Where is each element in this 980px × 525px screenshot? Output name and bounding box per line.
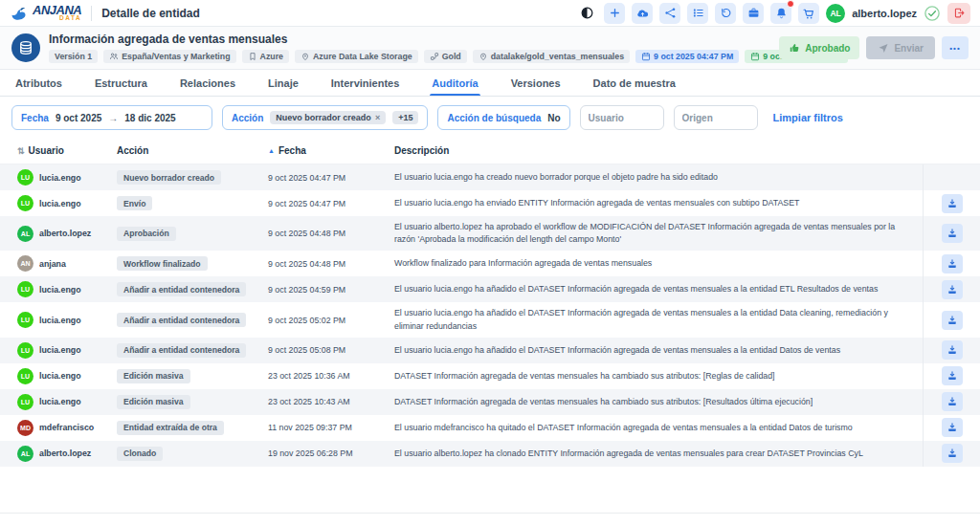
logout-button[interactable] — [947, 3, 970, 24]
action-chip: Workflow finalizado — [117, 256, 208, 271]
action-chip: Añadir a entidad contenedora — [117, 343, 246, 358]
app-logo[interactable]: ANJANA DATA — [10, 4, 81, 23]
download-button[interactable] — [942, 194, 963, 213]
action-cell: Workflow finalizado — [117, 252, 268, 275]
column-header-fecha[interactable]: ▲Fecha — [268, 145, 394, 156]
technology-label: Azure — [260, 52, 283, 61]
action-filter-chip: Nuevo borrador creado× — [270, 111, 386, 124]
user-avatar[interactable]: AL — [826, 4, 845, 23]
action-chip: Aprobación — [117, 227, 176, 241]
briefcase-button[interactable] — [743, 3, 764, 24]
contrast-toggle-button[interactable] — [576, 3, 597, 24]
table-row: LUlucia.engoEdición masiva23 oct 2025 10… — [0, 389, 980, 415]
date-cell: 9 oct 2025 04:48 PM — [268, 224, 394, 243]
bell-icon — [775, 7, 788, 19]
accion-header-label: Acción — [117, 145, 148, 156]
user-avatar: LU — [17, 368, 33, 384]
username: lucia.engo — [39, 397, 81, 406]
entity-type-icon — [11, 33, 40, 62]
column-header-descripcion[interactable]: Descripción — [394, 145, 923, 156]
user-avatar: LU — [17, 281, 33, 297]
audit-filters: Fecha 9 oct 2025 → 18 dic 2025 Acción Nu… — [0, 97, 980, 138]
tab-intervinientes[interactable]: Intervinientes — [329, 72, 402, 96]
download-button[interactable] — [942, 311, 963, 330]
send-icon — [878, 42, 889, 54]
cart-button[interactable] — [798, 3, 819, 24]
tasks-button[interactable] — [687, 3, 708, 24]
date-cell: 23 oct 2025 10:43 AM — [268, 392, 394, 411]
download-icon — [947, 284, 958, 295]
import-button[interactable] — [632, 3, 653, 24]
download-button[interactable] — [942, 254, 963, 273]
download-button[interactable] — [942, 366, 963, 385]
user-cell: ALalberto.lopez — [17, 221, 117, 247]
username: alberto.lopez — [39, 448, 91, 458]
tab-relaciones[interactable]: Relaciones — [178, 72, 237, 96]
tab-estructura[interactable]: Estructura — [93, 72, 149, 96]
user-cell: LUlucia.engo — [17, 164, 117, 190]
tab-atributos[interactable]: Atributos — [13, 72, 64, 96]
checklist-icon — [692, 7, 704, 19]
download-button[interactable] — [942, 340, 963, 360]
close-icon[interactable]: × — [375, 113, 380, 122]
username[interactable]: alberto.lopez — [852, 8, 917, 19]
notification-dot — [787, 0, 794, 8]
add-button[interactable] — [604, 3, 625, 24]
username: lucia.engo — [39, 285, 81, 295]
lineage-button[interactable] — [659, 3, 680, 24]
action-filter-more-chip[interactable]: +15 — [392, 111, 418, 124]
date-cell: 9 oct 2025 04:47 PM — [268, 194, 394, 213]
download-button[interactable] — [942, 392, 963, 411]
pin-icon — [301, 52, 310, 61]
date-from-value: 9 oct 2025 — [56, 113, 101, 123]
search-action-filter[interactable]: Acción de búsqueda No — [437, 105, 569, 130]
calendar-icon — [641, 52, 651, 61]
action-cell: Aprobación — [117, 222, 268, 246]
path-label: datalake/gold_ventas_mensuales — [491, 52, 624, 61]
user-filter-input[interactable] — [580, 105, 664, 130]
cart-icon — [802, 7, 815, 20]
history-button[interactable] — [715, 3, 736, 24]
send-label: Enviar — [894, 43, 924, 54]
download-button[interactable] — [942, 280, 963, 299]
availability-toggle[interactable] — [924, 5, 941, 22]
username: alberto.lopez — [39, 229, 91, 238]
date-filter-label: Fecha — [21, 113, 49, 123]
username: lucia.engo — [39, 173, 81, 183]
origin-filter-input[interactable] — [674, 105, 758, 130]
action-chip: Clonado — [117, 447, 163, 461]
description-cell: Workflow finalizado para Información agr… — [394, 252, 923, 274]
download-icon — [947, 370, 958, 382]
sort-icon: ⇅ — [17, 146, 25, 156]
top-bar: ANJANA DATA Detalle de entidad AL albert… — [0, 0, 980, 27]
approved-button[interactable]: Aprobado — [779, 36, 859, 59]
column-header-usuario[interactable]: ⇅Usuario — [17, 145, 117, 156]
date-cell: 23 oct 2025 10:36 AM — [268, 366, 394, 385]
download-button[interactable] — [942, 444, 963, 463]
date-filter[interactable]: Fecha 9 oct 2025 → 18 dic 2025 — [11, 105, 212, 130]
page-title: Detalle de entidad — [101, 7, 200, 20]
notifications-button[interactable] — [770, 3, 791, 24]
more-options-button[interactable]: ••• — [942, 36, 969, 59]
entity-actions: Aprobado Enviar ••• — [779, 36, 969, 59]
action-cell: Nuevo borrador creado — [117, 165, 268, 189]
user-cell: LUlucia.engo — [17, 307, 117, 333]
clear-filters-link[interactable]: Limpiar filtros — [773, 112, 843, 123]
tab-dato-de-muestra[interactable]: Dato de muestra — [591, 72, 678, 96]
table-row: LUlucia.engoAñadir a entidad contenedora… — [0, 276, 980, 302]
date-cell: 19 nov 2025 06:28 PM — [268, 444, 394, 463]
user-avatar: LU — [17, 195, 33, 211]
entity-tabs: Atributos Estructura Relaciones Linaje I… — [0, 70, 980, 97]
footer-divider — [0, 513, 980, 514]
tab-linaje[interactable]: Linaje — [266, 72, 301, 96]
tab-auditoria[interactable]: Auditoría — [430, 72, 479, 96]
column-header-accion[interactable]: Acción — [117, 145, 268, 156]
download-button[interactable] — [942, 418, 963, 437]
download-icon — [947, 448, 958, 459]
tab-versiones[interactable]: Versiones — [509, 72, 563, 96]
action-chip: Nuevo borrador creado — [117, 170, 221, 185]
send-button[interactable]: Enviar — [866, 36, 935, 59]
organization-badge: España/Ventas y Marketing — [103, 50, 235, 63]
download-button[interactable] — [942, 224, 963, 243]
action-filter[interactable]: Acción Nuevo borrador creado× +15 — [222, 105, 428, 130]
